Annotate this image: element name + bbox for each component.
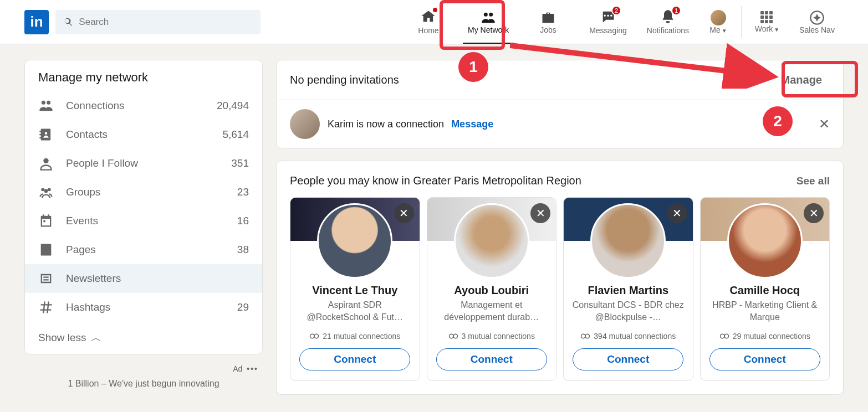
pymk-grid: ✕ Vincent Le Thuy Aspirant SDR @RocketSc… [290,197,830,381]
person-headline: Consultant DCS - BDR chez @Blockpulse -… [564,299,693,324]
dismiss-card-button[interactable]: ✕ [530,203,550,223]
caret-down-icon: ▼ [722,28,727,34]
person-card: ✕ Ayoub Loubiri Management et développem… [427,197,557,381]
messaging-badge: 2 [611,6,621,16]
connect-button[interactable]: Connect [299,348,410,370]
avatar[interactable] [290,109,320,139]
nav-label: Messaging [589,26,627,35]
ad-menu[interactable]: ••• [247,364,258,373]
svg-point-2 [41,188,44,191]
avatar[interactable] [590,203,666,279]
svg-point-11 [720,334,724,338]
message-link[interactable]: Message [451,119,493,130]
person-card: ✕ Flavien Martins Consultant DCS - BDR c… [563,197,693,381]
mutual-connections: 3 mutual connections [448,332,535,341]
ad-header: Ad ••• [24,354,263,377]
sidebar-item-count: 20,494 [217,100,249,112]
notifications-badge: 1 [671,6,681,16]
nav-messaging[interactable]: 2 Messaging [578,0,638,44]
sidebar-item-label: Connections [66,100,217,112]
nav-label: Jobs [540,25,556,34]
sidebar-item-connections[interactable]: Connections 20,494 [25,91,262,120]
connection-text: Karim is now a connection Message [328,119,493,130]
nav-work[interactable]: Work▼ [744,0,790,44]
pymk-title: People you may know in Greater Paris Met… [290,174,581,187]
sidebar-item-newsletters[interactable]: Newsletters [25,264,262,293]
apps-grid-icon [760,11,774,24]
sidebar-item-label: People I Follow [66,157,231,169]
newsletter-icon [38,271,54,286]
sidebar-item-label: Newsletters [66,272,249,285]
search-input[interactable] [79,17,253,28]
show-less-toggle[interactable]: Show less ︿ [25,322,262,354]
mutual-connections: 21 mutual connections [309,332,400,341]
dismiss-button[interactable]: ✕ [819,116,830,132]
main-layout: Manage my network Connections 20,494 Con… [0,44,868,410]
connect-button[interactable]: Connect [709,348,820,370]
ad-text: 1 Billion – We've just begun innovating [24,379,263,389]
nav-label: Sales Nav [799,25,835,34]
building-icon [38,242,54,258]
person-name[interactable]: Ayoub Loubiri [454,284,529,297]
group-icon [38,184,54,200]
person-name[interactable]: Flavien Martins [588,284,668,297]
nav-my-network[interactable]: My Network [458,0,518,44]
connect-button[interactable]: Connect [573,348,683,370]
sidebar-item-contacts[interactable]: Contacts 5,614 [25,120,262,149]
nav-sales-nav[interactable]: Sales Nav [790,0,844,44]
nav-jobs[interactable]: Jobs [518,0,578,44]
nav-home[interactable]: Home [399,0,458,44]
sidebar-item-events[interactable]: Events 16 [25,207,262,235]
svg-point-6 [314,334,319,338]
manage-button[interactable]: Manage [773,70,830,90]
sidebar-item-count: 23 [237,186,249,198]
sidebar-item-people-i-follow[interactable]: People I Follow 351 [25,149,262,178]
invitations-title: No pending invitations [290,74,399,86]
dismiss-card-button[interactable]: ✕ [667,203,687,223]
invitations-header: No pending invitations Manage [277,60,843,100]
mutual-connections: 394 mutual connections [580,332,676,341]
svg-point-10 [585,334,590,338]
person-headline: Management et développement durab… [427,299,556,324]
person-name[interactable]: Vincent Le Thuy [312,284,397,297]
sidebar-item-count: 38 [237,244,249,256]
avatar[interactable] [727,203,803,279]
address-book-icon [38,127,54,142]
person-name[interactable]: Camille Hocq [729,284,800,297]
people-icon [38,98,54,114]
sidebar-item-hashtags[interactable]: Hashtags 29 [25,293,262,322]
briefcase-icon [540,10,556,25]
nav-items: Home My Network Jobs 2 Messaging 1 Notif… [399,0,844,44]
manage-network-card: Manage my network Connections 20,494 Con… [24,60,263,354]
connect-button[interactable]: Connect [436,348,547,370]
linkedin-logo[interactable]: in [24,10,49,34]
see-all-button[interactable]: See all [796,175,830,187]
nav-notifications[interactable]: 1 Notifications [638,0,698,44]
sidebar-item-count: 351 [231,157,249,169]
sidebar-item-pages[interactable]: Pages 38 [25,235,262,264]
dismiss-card-button[interactable]: ✕ [804,203,824,223]
dismiss-card-button[interactable]: ✕ [394,203,414,223]
person-headline: Aspirant SDR @RocketSchool & Fut… [290,299,420,324]
sidebar-item-label: Pages [66,244,237,256]
link-icon [580,333,590,339]
ad-label: Ad [233,364,242,373]
person-headline: HRBP - Marketing Client & Marque [701,299,830,324]
mutual-connections: 29 mutual connections [719,332,810,341]
avatar[interactable] [454,203,529,279]
calendar-icon [38,213,54,229]
pymk-header: People you may know in Greater Paris Met… [290,174,830,187]
avatar[interactable] [317,203,392,279]
caret-down-icon: ▼ [774,27,779,33]
nav-me[interactable]: Me▼ [698,0,739,44]
sidebar-title: Manage my network [25,60,262,91]
person-card: ✕ Vincent Le Thuy Aspirant SDR @RocketSc… [290,197,420,381]
sidebar-item-label: Hashtags [66,301,237,313]
pymk-card: People you may know in Greater Paris Met… [276,161,844,395]
compass-icon [809,10,825,25]
search-box[interactable] [55,10,261,34]
nav-label: Notifications [647,26,689,35]
show-less-label: Show less [38,332,86,344]
sidebar-item-groups[interactable]: Groups 23 [25,178,262,207]
people-icon [481,10,496,25]
